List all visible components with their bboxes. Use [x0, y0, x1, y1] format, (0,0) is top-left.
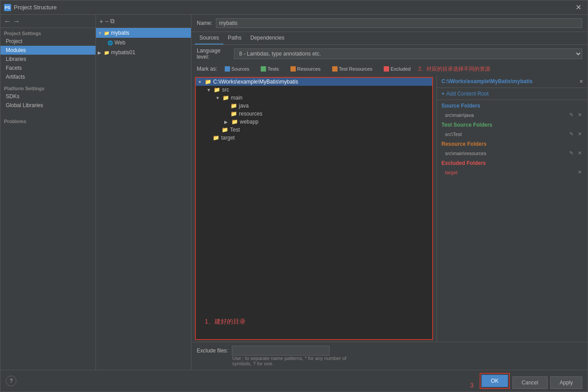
name-row: Name: [191, 15, 588, 32]
resource-folder-entry-0: src\main\resources ✎ ✕ [441, 149, 583, 157]
cancel-button[interactable]: Cancel [513, 376, 548, 389]
expand-mybatis01-arrow[interactable]: ▶ [98, 50, 103, 55]
main-expand-arrow[interactable]: ▼ [215, 96, 221, 100]
tab-sources[interactable]: Sources [195, 32, 223, 44]
resource-folders-section: Resource Folders src\main\resources ✎ ✕ [437, 138, 588, 157]
remove-module-btn[interactable]: − [105, 18, 108, 25]
mark-tests-btn[interactable]: Tests [257, 64, 283, 73]
annotation-1: 1、建好的目录 [205, 318, 246, 326]
file-tree-src[interactable]: ▼ 📁 src [196, 86, 432, 94]
file-tree-java[interactable]: 📁 java [196, 102, 432, 110]
root-expand-arrow[interactable]: ▼ [198, 80, 203, 84]
module-folder-icon-01: 📁 [103, 49, 110, 56]
resource-folder-remove-btn-0[interactable]: ✕ [576, 150, 583, 156]
ok-button[interactable]: OK [481, 375, 508, 387]
file-tree-main[interactable]: ▼ 📁 main [196, 94, 432, 102]
help-button[interactable]: ? [6, 376, 16, 386]
resource-folder-edit-btn-0[interactable]: ✎ [568, 150, 575, 156]
excluded-folder-entry-0: target ✕ [441, 168, 583, 176]
excluded-folder-remove-btn-0[interactable]: ✕ [576, 169, 583, 176]
excluded-folder-actions-0: ✕ [576, 169, 583, 176]
exclude-row-inline: Exclude files: [197, 346, 582, 356]
source-folder-remove-btn-0[interactable]: ✕ [576, 112, 583, 118]
nav-forward-btn[interactable]: → [13, 17, 20, 25]
exclude-files-area: Exclude files: Use ; to separate name pa… [191, 342, 588, 370]
info-panel: C:\iWorks\example\MyBatis\mybatis × + Ad… [437, 75, 588, 342]
exclude-files-input[interactable] [232, 346, 330, 356]
mark-test-resources-btn[interactable]: Test Resources [328, 64, 377, 73]
lang-select[interactable]: 8 - Lambdas, type annotations etc. 7 - D… [234, 48, 582, 59]
sidebar-item-modules[interactable]: Modules [0, 46, 95, 55]
test-source-folder-path-0: src\Test [445, 132, 462, 137]
file-tree-root[interactable]: ▼ 📁 C:\iWorks\example\MyBatis\mybatis [196, 78, 432, 86]
add-module-btn[interactable]: + [99, 18, 103, 25]
tabs-row: Sources Paths Dependencies [191, 32, 588, 45]
tab-paths[interactable]: Paths [223, 32, 246, 44]
action-buttons: 3 OK Cancel Apply [470, 373, 582, 389]
mark-sources-btn[interactable]: Sources [221, 64, 253, 73]
sidebar-item-project[interactable]: Project [0, 37, 95, 46]
content-area: ▼ 📁 C:\iWorks\example\MyBatis\mybatis ▼ … [191, 75, 588, 342]
test-source-folders-title: Test Source Folders [441, 122, 583, 128]
file-tree-target[interactable]: 📁 target [196, 134, 432, 142]
mark-excluded-btn[interactable]: Excluded [380, 64, 414, 73]
source-folders-section: Source Folders src\main\java ✎ ✕ [437, 100, 588, 119]
excluded-btn-icon [384, 66, 389, 72]
annotation-mark-text: 2、对应的目录选择不同的资源 [418, 65, 491, 73]
resource-folders-title: Resource Folders [441, 141, 583, 147]
file-tree-webapp[interactable]: ▶ 📁 webapp [196, 118, 432, 126]
main-folder-icon: 📁 [222, 95, 229, 101]
test-source-folder-edit-btn-0[interactable]: ✎ [568, 131, 575, 137]
mark-resources-btn[interactable]: Resources [286, 64, 325, 73]
test-source-folder-actions-0: ✎ ✕ [568, 131, 583, 137]
add-content-root-btn[interactable]: + Add Content Root [437, 88, 588, 100]
source-folders-title: Source Folders [441, 103, 583, 109]
info-panel-title: C:\iWorks\example\MyBatis\mybatis [441, 78, 532, 84]
close-button[interactable]: ✕ [573, 2, 584, 12]
section-platform-settings: Platform Settings [0, 81, 95, 92]
sidebar-item-sdks[interactable]: SDKs [0, 92, 95, 101]
module-tree-mybatis[interactable]: ▼ 📁 mybatis [96, 28, 191, 38]
module-tree-web[interactable]: 🌐 Web [96, 38, 191, 48]
nav-back-btn[interactable]: ← [4, 17, 11, 25]
excluded-folders-section: Excluded Folders target ✕ [437, 157, 588, 176]
plus-icon: + [441, 91, 445, 97]
module-tree-mybatis01[interactable]: ▶ 📁 mybatis01 [96, 48, 191, 57]
app-icon: PS [4, 4, 11, 11]
sidebar-item-libraries[interactable]: Libraries [0, 55, 95, 64]
webapp-expand-arrow[interactable]: ▶ [224, 120, 230, 124]
src-folder-icon: 📁 [214, 87, 220, 93]
module-toolbar: + − ⧉ [96, 15, 191, 28]
add-content-root-label: Add Content Root [446, 91, 489, 97]
expand-mybatis-arrow[interactable]: ▼ [98, 31, 103, 36]
sidebar-item-facets[interactable]: Facets [0, 64, 95, 72]
exclude-label: Exclude files: [197, 348, 228, 354]
apply-button[interactable]: Apply [550, 376, 582, 389]
sidebar-item-global-libraries[interactable]: Global Libraries [0, 101, 95, 110]
main-content: ← → Project Settings Project Modules Lib… [0, 15, 588, 370]
test-resources-btn-icon [332, 66, 338, 72]
lang-label: Language level: [197, 48, 230, 60]
tests-btn-icon [261, 66, 266, 72]
sidebar-item-artifacts[interactable]: Artifacts [0, 72, 95, 81]
file-tree-test[interactable]: 📁 Test [196, 126, 432, 134]
annotation-3: 3 [470, 382, 473, 389]
root-folder-icon: 📁 [205, 79, 211, 85]
source-folder-edit-btn-0[interactable]: ✎ [568, 112, 575, 118]
copy-module-btn[interactable]: ⧉ [110, 17, 115, 25]
file-tree-resources[interactable]: 📁 resources [196, 110, 432, 118]
info-panel-close-btn[interactable]: × [580, 78, 583, 85]
tab-dependencies[interactable]: Dependencies [246, 32, 289, 44]
dialog-title: Project Structure [14, 4, 573, 11]
src-expand-arrow[interactable]: ▼ [207, 88, 212, 92]
excluded-folder-path-0: target [445, 170, 457, 175]
lang-row: Language level: 8 - Lambdas, type annota… [191, 45, 588, 63]
sources-btn-icon [225, 66, 230, 72]
resources-folder-icon: 📁 [230, 111, 237, 117]
ok-btn-container: OK [480, 373, 509, 389]
title-bar: PS Project Structure ✕ [0, 0, 588, 15]
name-input[interactable] [216, 18, 582, 28]
test-source-folder-remove-btn-0[interactable]: ✕ [576, 131, 583, 137]
webapp-folder-icon: 📁 [231, 119, 238, 125]
module-list: + − ⧉ ▼ 📁 mybatis 🌐 Web ▶ 📁 mybatis01 [96, 15, 191, 370]
